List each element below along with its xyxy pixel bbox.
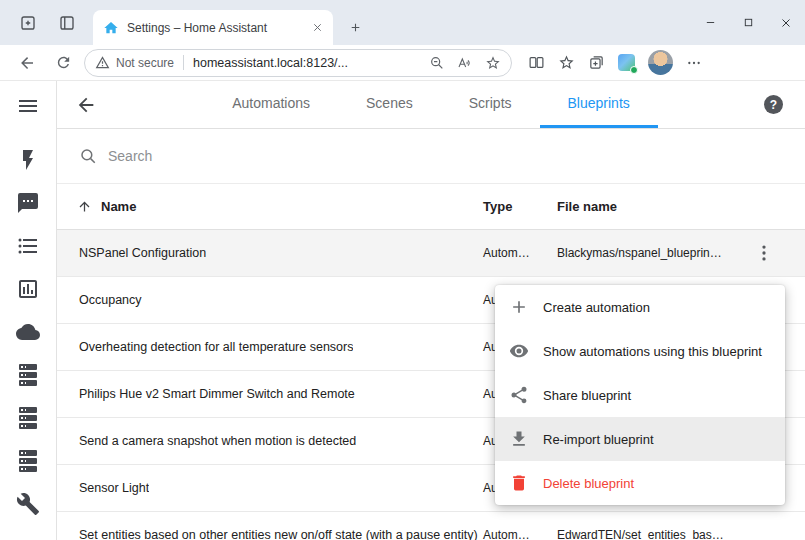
sidebar-item-assist[interactable] xyxy=(16,191,40,215)
menu-item-reimport-blueprint[interactable]: Re-import blueprint xyxy=(495,417,785,461)
kebab-icon xyxy=(753,242,775,264)
column-header-name[interactable]: Name xyxy=(57,199,136,214)
tab-automations[interactable]: Automations xyxy=(204,81,338,128)
profile-avatar[interactable] xyxy=(648,50,673,75)
server-icon xyxy=(16,406,40,430)
browser-navbar: Not secure homeassistant.local:8123/... xyxy=(0,45,805,81)
hamburger-icon xyxy=(16,94,40,118)
sort-arrow-icon[interactable] xyxy=(77,199,92,214)
sidebar-item-server-2[interactable] xyxy=(16,406,40,430)
favorites-icon[interactable] xyxy=(558,54,575,71)
plus-icon xyxy=(509,297,529,317)
table-row[interactable]: Set entities based on other entities new… xyxy=(57,512,805,540)
tab-scripts[interactable]: Scripts xyxy=(441,81,540,128)
sidebar-menu-button[interactable] xyxy=(16,94,40,118)
search-input[interactable] xyxy=(108,148,528,164)
new-tab-button[interactable] xyxy=(344,16,366,38)
table-row[interactable]: NSPanel Configuration Autom… Blackymas/n… xyxy=(57,230,805,277)
sidebar-item-energy[interactable] xyxy=(16,148,40,172)
column-header-type[interactable]: Type xyxy=(483,199,512,214)
back-icon[interactable] xyxy=(12,49,42,77)
collections-icon[interactable] xyxy=(588,54,605,71)
site-info-warning-icon[interactable] xyxy=(95,55,110,70)
minimize-button[interactable] xyxy=(691,0,729,45)
help-button[interactable]: ? xyxy=(764,95,783,114)
sidebar-item-server-1[interactable] xyxy=(16,363,40,387)
more-menu-icon[interactable] xyxy=(686,55,702,71)
tab-blueprints[interactable]: Blueprints xyxy=(540,81,658,128)
menu-item-share-blueprint[interactable]: Share blueprint xyxy=(495,373,785,417)
address-divider xyxy=(183,55,184,70)
sidebar-item-cloud[interactable] xyxy=(16,320,40,344)
zoom-out-icon[interactable] xyxy=(429,55,445,71)
menu-item-show-automations[interactable]: Show automations using this blueprint xyxy=(495,329,785,373)
maximize-button[interactable] xyxy=(729,0,767,45)
eye-icon xyxy=(509,341,529,361)
lightning-icon xyxy=(16,148,40,172)
tab-title: Settings – Home Assistant xyxy=(127,21,312,35)
read-aloud-icon[interactable] xyxy=(457,55,473,71)
refresh-icon[interactable] xyxy=(48,49,78,77)
sidebar-item-todo[interactable] xyxy=(16,234,40,258)
favorite-star-icon[interactable] xyxy=(485,55,501,71)
home-assistant-favicon xyxy=(103,20,119,36)
column-header-file[interactable]: File name xyxy=(557,199,617,214)
search-icon xyxy=(79,147,97,165)
server-icon xyxy=(16,363,40,387)
url-text: homeassistant.local:8123/... xyxy=(193,56,348,70)
sidebar-item-server-3[interactable] xyxy=(16,449,40,473)
split-screen-icon[interactable] xyxy=(528,54,545,71)
sidebar xyxy=(0,81,57,540)
home-assistant-app: Automations Scenes Scripts Blueprints ? … xyxy=(0,81,805,540)
browser-tab[interactable]: Settings – Home Assistant xyxy=(93,10,333,45)
ha-back-button[interactable] xyxy=(75,94,97,116)
cloud-icon xyxy=(16,320,40,344)
back-arrow-icon xyxy=(75,94,97,116)
address-bar[interactable]: Not secure homeassistant.local:8123/... xyxy=(84,49,512,77)
row-menu-button[interactable] xyxy=(753,242,775,264)
browser-titlebar: Settings – Home Assistant xyxy=(0,0,805,45)
page-header: Automations Scenes Scripts Blueprints ? xyxy=(57,81,805,129)
tab-bar: Automations Scenes Scripts Blueprints xyxy=(57,81,805,128)
close-button[interactable] xyxy=(767,0,805,45)
download-icon xyxy=(509,429,529,449)
not-secure-label: Not secure xyxy=(116,56,174,70)
table-header: Name Type File name xyxy=(57,184,805,230)
chart-icon xyxy=(16,277,40,301)
tab-close-icon[interactable] xyxy=(312,22,323,33)
workspaces-icon[interactable] xyxy=(58,14,76,32)
tab-actions-icon[interactable] xyxy=(19,14,37,32)
status-badge xyxy=(630,66,638,74)
server-icon xyxy=(16,449,40,473)
search-bar xyxy=(57,129,805,184)
row-context-menu: Create automation Show automations using… xyxy=(495,285,785,505)
list-icon xyxy=(16,234,40,258)
wrench-icon xyxy=(16,492,40,516)
tab-scenes[interactable]: Scenes xyxy=(338,81,441,128)
share-icon xyxy=(509,385,529,405)
extension-icon[interactable] xyxy=(618,54,635,71)
menu-item-delete-blueprint[interactable]: Delete blueprint xyxy=(495,461,785,505)
chat-icon xyxy=(16,191,40,215)
trash-icon xyxy=(509,473,529,493)
sidebar-item-tools[interactable] xyxy=(16,492,40,516)
menu-item-create-automation[interactable]: Create automation xyxy=(495,285,785,329)
sidebar-item-history[interactable] xyxy=(16,277,40,301)
